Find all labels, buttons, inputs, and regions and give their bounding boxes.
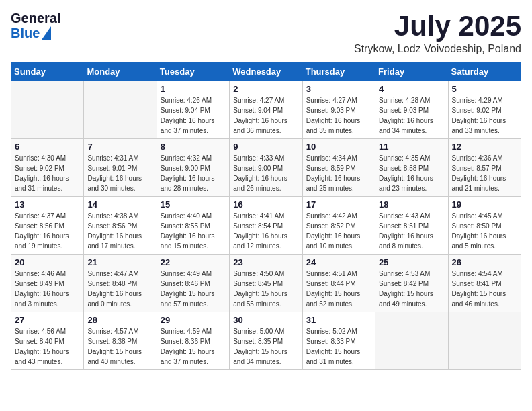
calendar-week-row: 13Sunrise: 4:37 AM Sunset: 8:56 PM Dayli… — [11, 197, 521, 255]
weekday-header: Tuesday — [157, 62, 229, 81]
day-detail: Sunrise: 4:28 AM Sunset: 9:03 PM Dayligh… — [379, 95, 444, 136]
day-detail: Sunrise: 4:45 AM Sunset: 8:50 PM Dayligh… — [452, 211, 517, 251]
day-detail: Sunrise: 4:54 AM Sunset: 8:41 PM Dayligh… — [452, 269, 517, 309]
calendar-cell — [448, 312, 521, 370]
day-detail: Sunrise: 4:37 AM Sunset: 8:56 PM Dayligh… — [15, 211, 80, 251]
day-number: 2 — [233, 84, 298, 94]
day-detail: Sunrise: 4:34 AM Sunset: 8:59 PM Dayligh… — [306, 153, 371, 193]
calendar-cell — [84, 81, 157, 139]
calendar-cell: 1Sunrise: 4:26 AM Sunset: 9:04 PM Daylig… — [157, 81, 229, 139]
logo-blue-text: Blue — [11, 26, 40, 40]
day-number: 26 — [452, 257, 517, 267]
day-detail: Sunrise: 5:00 AM Sunset: 8:35 PM Dayligh… — [233, 326, 298, 367]
day-detail: Sunrise: 4:40 AM Sunset: 8:55 PM Dayligh… — [161, 211, 226, 251]
calendar-cell: 26Sunrise: 4:54 AM Sunset: 8:41 PM Dayli… — [448, 255, 521, 312]
calendar-cell: 11Sunrise: 4:35 AM Sunset: 8:58 PM Dayli… — [375, 139, 448, 197]
day-number: 5 — [452, 84, 517, 94]
calendar-cell: 18Sunrise: 4:43 AM Sunset: 8:51 PM Dayli… — [375, 197, 448, 255]
day-detail: Sunrise: 4:33 AM Sunset: 9:00 PM Dayligh… — [233, 153, 298, 193]
day-detail: Sunrise: 4:51 AM Sunset: 8:44 PM Dayligh… — [306, 269, 371, 309]
day-number: 25 — [379, 257, 444, 267]
calendar-cell: 17Sunrise: 4:42 AM Sunset: 8:52 PM Dayli… — [302, 197, 375, 255]
calendar-week-row: 1Sunrise: 4:26 AM Sunset: 9:04 PM Daylig… — [11, 81, 521, 139]
calendar-cell: 13Sunrise: 4:37 AM Sunset: 8:56 PM Dayli… — [11, 197, 84, 255]
calendar-week-row: 6Sunrise: 4:30 AM Sunset: 9:02 PM Daylig… — [11, 139, 521, 197]
calendar-cell: 27Sunrise: 4:56 AM Sunset: 8:40 PM Dayli… — [11, 312, 84, 370]
day-number: 31 — [306, 315, 371, 325]
calendar-cell: 14Sunrise: 4:38 AM Sunset: 8:56 PM Dayli… — [84, 197, 157, 255]
day-number: 13 — [15, 199, 80, 210]
day-number: 12 — [452, 142, 517, 152]
day-detail: Sunrise: 4:43 AM Sunset: 8:51 PM Dayligh… — [379, 211, 444, 251]
day-detail: Sunrise: 4:27 AM Sunset: 9:04 PM Dayligh… — [233, 95, 298, 136]
calendar-cell: 21Sunrise: 4:47 AM Sunset: 8:48 PM Dayli… — [84, 255, 157, 312]
day-number: 6 — [15, 142, 80, 152]
day-detail: Sunrise: 4:35 AM Sunset: 8:58 PM Dayligh… — [379, 153, 444, 193]
day-number: 18 — [379, 199, 444, 210]
weekday-header: Wednesday — [230, 62, 302, 81]
day-number: 19 — [452, 199, 517, 210]
calendar-cell: 2Sunrise: 4:27 AM Sunset: 9:04 PM Daylig… — [230, 81, 302, 139]
day-detail: Sunrise: 5:02 AM Sunset: 8:33 PM Dayligh… — [306, 326, 371, 367]
day-number: 8 — [161, 142, 226, 152]
logo-general-text: General — [11, 11, 60, 26]
calendar-cell: 19Sunrise: 4:45 AM Sunset: 8:50 PM Dayli… — [448, 197, 521, 255]
calendar-cell: 15Sunrise: 4:40 AM Sunset: 8:55 PM Dayli… — [157, 197, 229, 255]
svg-marker-0 — [42, 26, 51, 40]
calendar-cell: 22Sunrise: 4:49 AM Sunset: 8:46 PM Dayli… — [157, 255, 229, 312]
calendar-cell: 9Sunrise: 4:33 AM Sunset: 9:00 PM Daylig… — [230, 139, 302, 197]
calendar-cell — [11, 81, 84, 139]
day-detail: Sunrise: 4:31 AM Sunset: 9:01 PM Dayligh… — [87, 153, 152, 193]
calendar-cell: 28Sunrise: 4:57 AM Sunset: 8:38 PM Dayli… — [84, 312, 157, 370]
day-detail: Sunrise: 4:29 AM Sunset: 9:02 PM Dayligh… — [452, 95, 517, 136]
day-detail: Sunrise: 4:49 AM Sunset: 8:46 PM Dayligh… — [161, 269, 226, 309]
day-detail: Sunrise: 4:50 AM Sunset: 8:45 PM Dayligh… — [233, 269, 298, 309]
weekday-header: Monday — [84, 62, 157, 81]
page-header: General Blue July 2025 Strykow, Lodz Voi… — [11, 11, 521, 55]
calendar-cell: 23Sunrise: 4:50 AM Sunset: 8:45 PM Dayli… — [230, 255, 302, 312]
day-number: 23 — [233, 257, 298, 267]
day-number: 3 — [306, 84, 371, 94]
day-number: 16 — [233, 199, 298, 210]
calendar-cell: 25Sunrise: 4:53 AM Sunset: 8:42 PM Dayli… — [375, 255, 448, 312]
day-number: 9 — [233, 142, 298, 152]
calendar-cell: 5Sunrise: 4:29 AM Sunset: 9:02 PM Daylig… — [448, 81, 521, 139]
weekday-header: Friday — [375, 62, 448, 81]
day-detail: Sunrise: 4:27 AM Sunset: 9:03 PM Dayligh… — [306, 95, 371, 136]
day-detail: Sunrise: 4:59 AM Sunset: 8:36 PM Dayligh… — [161, 326, 226, 367]
day-number: 29 — [161, 315, 226, 325]
calendar-cell: 6Sunrise: 4:30 AM Sunset: 9:02 PM Daylig… — [11, 139, 84, 197]
day-number: 24 — [306, 257, 371, 267]
calendar-cell — [375, 312, 448, 370]
day-detail: Sunrise: 4:32 AM Sunset: 9:00 PM Dayligh… — [161, 153, 226, 193]
day-number: 11 — [379, 142, 444, 152]
weekday-header: Sunday — [11, 62, 84, 81]
day-number: 17 — [306, 199, 371, 210]
calendar-cell: 3Sunrise: 4:27 AM Sunset: 9:03 PM Daylig… — [302, 81, 375, 139]
logo-triangle-icon — [42, 26, 51, 40]
calendar-cell: 10Sunrise: 4:34 AM Sunset: 8:59 PM Dayli… — [302, 139, 375, 197]
day-detail: Sunrise: 4:26 AM Sunset: 9:04 PM Dayligh… — [161, 95, 226, 136]
calendar-cell: 24Sunrise: 4:51 AM Sunset: 8:44 PM Dayli… — [302, 255, 375, 312]
day-number: 21 — [87, 257, 152, 267]
logo: General Blue — [11, 11, 60, 40]
day-number: 7 — [87, 142, 152, 152]
day-number: 14 — [87, 199, 152, 210]
calendar-cell: 7Sunrise: 4:31 AM Sunset: 9:01 PM Daylig… — [84, 139, 157, 197]
month-title: July 2025 — [354, 11, 521, 42]
calendar-table: SundayMondayTuesdayWednesdayThursdayFrid… — [11, 62, 521, 370]
title-block: July 2025 Strykow, Lodz Voivodeship, Pol… — [354, 11, 521, 55]
day-detail: Sunrise: 4:30 AM Sunset: 9:02 PM Dayligh… — [15, 153, 80, 193]
day-number: 10 — [306, 142, 371, 152]
day-detail: Sunrise: 4:42 AM Sunset: 8:52 PM Dayligh… — [306, 211, 371, 251]
weekday-header-row: SundayMondayTuesdayWednesdayThursdayFrid… — [11, 62, 521, 81]
calendar-cell: 12Sunrise: 4:36 AM Sunset: 8:57 PM Dayli… — [448, 139, 521, 197]
day-detail: Sunrise: 4:57 AM Sunset: 8:38 PM Dayligh… — [87, 326, 152, 367]
weekday-header: Saturday — [448, 62, 521, 81]
day-detail: Sunrise: 4:53 AM Sunset: 8:42 PM Dayligh… — [379, 269, 444, 309]
calendar-cell: 16Sunrise: 4:41 AM Sunset: 8:54 PM Dayli… — [230, 197, 302, 255]
day-detail: Sunrise: 4:46 AM Sunset: 8:49 PM Dayligh… — [15, 269, 80, 309]
calendar-cell: 29Sunrise: 4:59 AM Sunset: 8:36 PM Dayli… — [157, 312, 229, 370]
weekday-header: Thursday — [302, 62, 375, 81]
day-number: 28 — [87, 315, 152, 325]
